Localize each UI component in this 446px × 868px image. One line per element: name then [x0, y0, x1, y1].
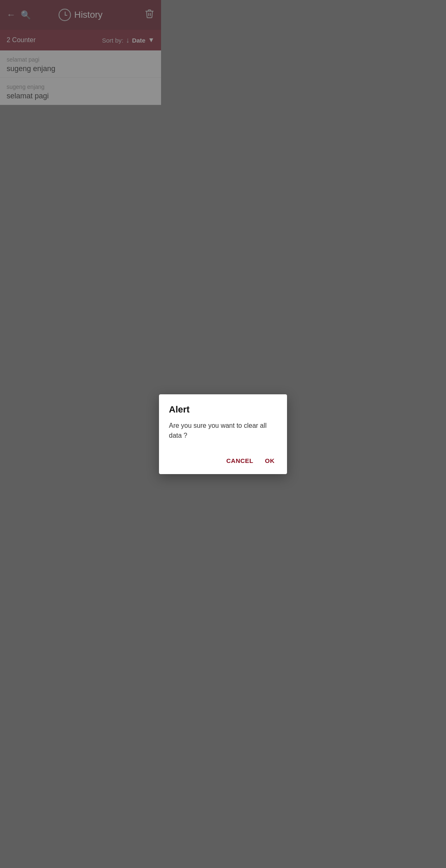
dialog-overlay: Alert Are you sure you want to clear all…	[0, 0, 161, 314]
